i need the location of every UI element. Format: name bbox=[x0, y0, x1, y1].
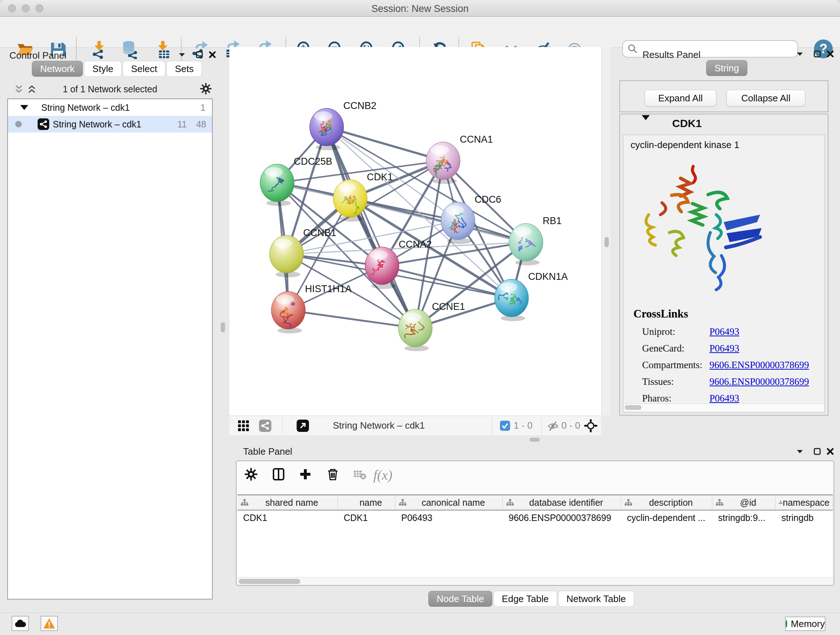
hidden-eye-icon[interactable] bbox=[547, 420, 559, 433]
column-header-canonical-name[interactable]: canonical name bbox=[395, 495, 503, 510]
network-node-CCNB2[interactable] bbox=[309, 108, 344, 150]
node-label-CCNA1: CCNA1 bbox=[460, 134, 493, 145]
table-hscrollbar[interactable] bbox=[237, 577, 833, 585]
grid-view-icon[interactable] bbox=[237, 420, 249, 432]
vertical-splitter[interactable] bbox=[601, 47, 611, 416]
tab-edge-table[interactable]: Edge Table bbox=[493, 591, 557, 607]
panel-close-icon[interactable] bbox=[825, 446, 836, 457]
add-column-icon[interactable] bbox=[297, 466, 313, 482]
delete-column-icon[interactable] bbox=[325, 466, 341, 482]
panel-float-icon[interactable] bbox=[812, 446, 823, 457]
tab-string[interactable]: String bbox=[706, 60, 747, 76]
network-row-selected[interactable]: String Network – cdk1 11 48 bbox=[8, 116, 212, 133]
table-cell[interactable]: CDK1 bbox=[338, 510, 395, 525]
panel-float-icon[interactable] bbox=[194, 49, 205, 60]
section-collapse-triangle-icon[interactable] bbox=[642, 120, 650, 127]
toolbar-separator bbox=[492, 417, 493, 434]
shared-column-icon bbox=[624, 498, 633, 507]
table-cell[interactable]: 9606.ENSP00000378699 bbox=[503, 510, 621, 525]
network-edge[interactable] bbox=[288, 310, 415, 328]
warning-icon bbox=[43, 618, 55, 629]
node-label-HIST1H1A: HIST1H1A bbox=[305, 283, 352, 295]
gene-name-header: CDK1 bbox=[672, 117, 702, 130]
table-row[interactable]: CDK1CDK1P064939606.ENSP00000378699cyclin… bbox=[237, 510, 833, 525]
node-label-CCNB2: CCNB2 bbox=[343, 100, 377, 111]
column-header-namespace[interactable]: namespace bbox=[775, 495, 833, 510]
column-header-name[interactable]: name bbox=[338, 495, 395, 510]
panel-menu-icon[interactable] bbox=[177, 49, 187, 60]
table-cell[interactable]: P06493 bbox=[395, 510, 503, 525]
tab-network[interactable]: Network bbox=[32, 61, 83, 77]
results-hscrollbar[interactable] bbox=[624, 404, 824, 411]
cloud-button[interactable] bbox=[11, 616, 29, 631]
crosslink-label: Tissues: bbox=[642, 376, 709, 387]
memory-button[interactable]: Memory bbox=[785, 616, 826, 631]
table-cell[interactable]: CDK1 bbox=[237, 510, 338, 525]
splitter-handle[interactable] bbox=[221, 322, 225, 333]
panel-float-icon[interactable] bbox=[812, 49, 823, 59]
results-panel: Results Panel String Expand All Collapse… bbox=[611, 47, 840, 444]
node-label-CDC6: CDC6 bbox=[475, 194, 501, 205]
warning-button[interactable] bbox=[41, 616, 58, 631]
crosslink-link[interactable]: 9606.ENSP00000378699 bbox=[709, 359, 809, 371]
panel-close-icon[interactable] bbox=[825, 49, 836, 59]
network-node-RB1[interactable] bbox=[509, 223, 543, 265]
node-label-RB1: RB1 bbox=[543, 215, 562, 226]
expand-all-button[interactable]: Expand All bbox=[645, 90, 716, 106]
crosshair-icon[interactable] bbox=[584, 419, 598, 434]
network-graph[interactable]: CCNB2CCNA1CDC25BCDK1CDC6RB1CCNB1CCNA2CDK… bbox=[229, 47, 601, 416]
collapse-triangle-icon[interactable] bbox=[20, 105, 28, 110]
node-table[interactable]: shared namenamecanonical namedatabase id… bbox=[237, 494, 833, 577]
network-tree: String Network – cdk1 1 String Network –… bbox=[7, 98, 213, 600]
crosslink-link[interactable]: P06493 bbox=[709, 393, 739, 404]
network-node-HIST1H1A[interactable] bbox=[271, 291, 305, 333]
column-header-description[interactable]: description bbox=[621, 495, 712, 510]
control-panel-tabs: NetworkStyleSelectSets bbox=[32, 61, 202, 77]
network-collection-row[interactable]: String Network – cdk1 1 bbox=[8, 99, 212, 116]
network-canvas[interactable]: CCNB2CCNA1CDC25BCDK1CDC6RB1CCNB1CCNA2CDK… bbox=[229, 47, 601, 416]
main-toolbar: ? bbox=[0, 17, 840, 48]
select-columns-icon[interactable] bbox=[271, 466, 286, 482]
protein-structure-image bbox=[636, 160, 773, 297]
node-count: 11 bbox=[177, 119, 187, 130]
network-node-CDKN1A[interactable] bbox=[494, 279, 529, 321]
column-header--id[interactable]: @id bbox=[712, 495, 775, 510]
tab-network-table[interactable]: Network Table bbox=[558, 591, 634, 607]
column-header-shared-name[interactable]: shared name bbox=[237, 495, 338, 510]
network-panel-gear-icon[interactable] bbox=[200, 82, 212, 96]
open-in-window-icon[interactable] bbox=[297, 420, 309, 432]
column-header-database-identifier[interactable]: database identifier bbox=[503, 495, 621, 510]
network-node-CDC25B[interactable] bbox=[260, 164, 294, 206]
table-gear-icon[interactable] bbox=[243, 466, 259, 482]
network-node-CCNA1[interactable] bbox=[426, 142, 460, 184]
crosslink-link[interactable]: P06493 bbox=[709, 326, 739, 337]
table-cell[interactable]: stringdb bbox=[775, 510, 833, 525]
tab-node-table[interactable]: Node Table bbox=[428, 591, 493, 607]
crosslink-link[interactable]: 9606.ENSP00000378699 bbox=[709, 376, 809, 387]
table-cell[interactable]: cyclin-dependent ... bbox=[621, 510, 712, 525]
table-cell[interactable]: stringdb:9... bbox=[712, 510, 775, 525]
panel-menu-icon[interactable] bbox=[794, 49, 805, 59]
network-view-toolbar: String Network – cdk1 1 - 0 0 - 0 bbox=[229, 416, 601, 435]
network-type-icon bbox=[38, 119, 49, 130]
window-title: Session: New Session bbox=[0, 3, 840, 14]
splitter-handle[interactable] bbox=[605, 237, 609, 247]
scrollbar-thumb[interactable] bbox=[625, 405, 641, 410]
crosslink-link[interactable]: P06493 bbox=[709, 343, 739, 354]
network-edge[interactable] bbox=[327, 127, 415, 328]
crosslink-label: Pharos: bbox=[642, 393, 709, 404]
node-label-CCNE1: CCNE1 bbox=[432, 301, 465, 312]
panel-menu-icon[interactable] bbox=[794, 446, 805, 457]
network-node-CCNE1[interactable] bbox=[398, 309, 432, 351]
tab-sets[interactable]: Sets bbox=[166, 61, 202, 77]
tab-select[interactable]: Select bbox=[123, 61, 165, 77]
panel-close-icon[interactable] bbox=[207, 49, 218, 60]
network-node-CCNB1[interactable] bbox=[270, 235, 303, 277]
collapse-all-button[interactable]: Collapse All bbox=[726, 90, 805, 106]
selected-checkbox-icon[interactable] bbox=[500, 421, 510, 432]
shared-column-icon bbox=[398, 498, 407, 507]
scrollbar-thumb[interactable] bbox=[239, 579, 300, 584]
splitter-handle[interactable] bbox=[530, 438, 540, 442]
tab-style[interactable]: Style bbox=[84, 61, 122, 77]
share-network-gray-icon[interactable] bbox=[259, 420, 271, 432]
